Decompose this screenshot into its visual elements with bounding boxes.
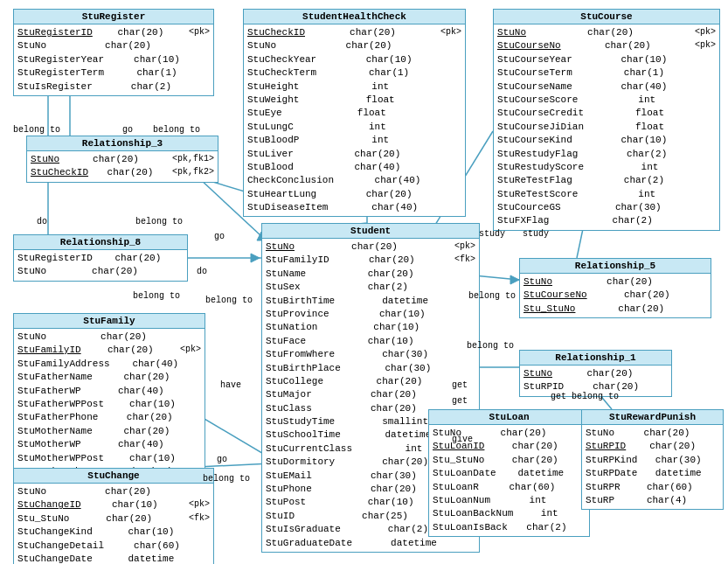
table-row: StuRegisterID char(20)	[17, 252, 184, 265]
table-row: StuLiver char(20)	[247, 148, 461, 161]
label-give: give	[452, 435, 473, 444]
table-row: StuBirthPlace char(30)	[266, 362, 475, 375]
relationship5-table: Relationship_5 StuNo char(20) StuCourseN…	[519, 258, 711, 318]
label-have: have	[220, 380, 241, 390]
table-row: StuFatherName char(20)	[17, 371, 201, 384]
table-row: StuChangeID char(10) <pk>	[17, 498, 210, 512]
relationship1-table: Relationship_1 StuNo char(20) StuRPID ch…	[519, 350, 672, 397]
relationship1-header: Relationship_1	[520, 351, 671, 366]
studenthealthcheck-body: StuCheckID char(20) <pk> StuNo char(20) …	[244, 24, 465, 216]
stucourse-header: StuCourse	[494, 10, 719, 24]
table-row: StuLoanBackNum int	[433, 507, 586, 520]
label-belong-to-4: belong to	[205, 296, 253, 305]
table-row: StuRP char(4)	[586, 494, 719, 507]
studenthealthcheck-header: StudentHealthCheck	[244, 10, 465, 24]
table-row: StuLoanIsBack char(2)	[433, 521, 586, 534]
table-row: StuFromWhere char(30)	[266, 348, 475, 361]
table-row: Stu_StuNo char(20) <fk>	[17, 512, 210, 526]
table-row: StuRPKind char(30)	[586, 454, 719, 467]
table-row: StuIsRegister char(2)	[17, 80, 210, 94]
table-row: StuCourseCredit float	[497, 107, 716, 120]
table-row: StuCourseJiDian float	[497, 121, 716, 134]
table-row: StuDiseaseItem char(40)	[247, 201, 461, 214]
table-row: StuSex char(2)	[266, 281, 475, 294]
table-row: StuNo char(20) <pk>	[266, 240, 475, 254]
table-row: StuNo char(20)	[247, 39, 461, 52]
table-row: StuCheckID char(20) <pk>	[247, 26, 461, 39]
sturewardpunish-header: StuRewardPunish	[582, 410, 723, 425]
diagram-container: StuRegister StuRegisterID char(20) <pk> …	[0, 0, 728, 564]
table-row: StuRestudyFlag char(2)	[497, 148, 716, 161]
table-row: StuCourseName char(40)	[497, 80, 716, 94]
table-row: StuEye float	[247, 107, 461, 120]
stucourse-body: StuNo char(20) <pk> StuCourseNo char(20)…	[494, 24, 719, 230]
table-row: StuBirthTime datetime	[266, 295, 475, 308]
table-row: StuReTestScore int	[497, 188, 716, 201]
sturewardpunish-table: StuRewardPunish StuNo char(20) StuRPID c…	[581, 409, 724, 510]
table-row: StuFatherPhone char(20)	[17, 411, 201, 424]
svg-marker-15	[251, 254, 260, 262]
label-belong-to-2: belong to	[153, 125, 200, 135]
label-go-1: go	[122, 125, 133, 135]
table-row: StuWeight float	[247, 94, 461, 107]
table-row: StuCollege char(20)	[266, 375, 475, 388]
stucourse-table: StuCourse StuNo char(20) <pk> StuCourseN…	[493, 9, 720, 231]
table-row: StuChangeKind char(10)	[17, 526, 210, 539]
table-row: StuChangeDetail char(60)	[17, 540, 210, 553]
label-study-1: study	[479, 229, 505, 239]
table-row: StuCourseKind char(10)	[497, 134, 716, 147]
table-row: StuFamilyID char(20) <fk>	[266, 254, 475, 267]
table-row: StuChangeDate datetime	[17, 553, 210, 564]
label-belong-to-5: belong to	[133, 291, 180, 301]
table-row: StuHeartLung char(20)	[247, 188, 461, 201]
label-belong-to-6: belong to	[203, 474, 250, 484]
table-row: StuBloodP int	[247, 134, 461, 147]
table-row: StuRPID char(20)	[586, 440, 719, 453]
label-do-1: do	[37, 217, 47, 226]
label-get-2: get	[452, 396, 468, 406]
table-row: StuNo char(20)	[17, 331, 201, 344]
table-row: StuFXFlag char(2)	[497, 214, 716, 227]
label-go-2: go	[214, 232, 225, 241]
stuchange-table: StuChange StuNo char(20) StuChangeID cha…	[13, 468, 214, 564]
table-row: StuReTestFlag char(2)	[497, 174, 716, 187]
table-row: StuCourceGS char(30)	[497, 201, 716, 214]
table-row: StuNo char(20)	[586, 427, 719, 440]
relationship3-header: Relationship_3	[27, 136, 218, 151]
table-row: StuFamilyID char(20) <pk>	[17, 344, 201, 357]
label-study-2: study	[523, 229, 549, 239]
table-row: StuFatherWPPost char(10)	[17, 398, 201, 411]
table-row: StuRestudyScore int	[497, 161, 716, 174]
stuloan-header: StuLoan	[429, 410, 589, 425]
table-row: StuRegisterTerm char(1)	[17, 66, 210, 80]
table-row: StuFatherWP char(40)	[17, 385, 201, 398]
table-row: StuCheckTerm char(1)	[247, 66, 461, 80]
table-row: StuRPR char(60)	[586, 481, 719, 494]
sturegister-header: StuRegister	[14, 10, 213, 24]
relationship5-header: Relationship_5	[520, 259, 711, 274]
table-row: StuNo char(20) <pk>	[497, 26, 716, 39]
relationship8-table: Relationship_8 StuRegisterID char(20) St…	[13, 234, 188, 282]
table-row: StuNo char(20)	[17, 485, 210, 498]
stuchange-body: StuNo char(20) StuChangeID char(10) <pk>…	[14, 484, 213, 564]
stufamily-body: StuNo char(20) StuFamilyID char(20) <pk>…	[14, 329, 205, 480]
table-row: StuFace char(10)	[266, 335, 475, 348]
sturewardpunish-body: StuNo char(20) StuRPID char(20) StuRPKin…	[582, 425, 723, 509]
table-row: StuBlood char(40)	[247, 161, 461, 174]
table-row: StuLungC int	[247, 121, 461, 134]
relationship5-body: StuNo char(20) StuCourseNo char(20) Stu_…	[520, 274, 711, 317]
table-row: StuMotherWP char(40)	[17, 438, 201, 451]
table-row: StuRegisterID char(20) <pk>	[17, 26, 210, 39]
table-row: StuProvince char(10)	[266, 308, 475, 321]
stufamily-table: StuFamily StuNo char(20) StuFamilyID cha…	[13, 313, 205, 481]
student-header: Student	[262, 224, 479, 239]
table-row: StuLoanR char(60)	[433, 481, 586, 494]
table-row: StuMotherWPPost char(10)	[17, 452, 201, 465]
table-row: StuNation char(10)	[266, 321, 475, 334]
table-row: StuGraduateDate datetime	[266, 537, 475, 550]
stuloan-table: StuLoan StuNo char(20) StuLoanID char(20…	[428, 409, 590, 537]
table-row: StuNo char(20)	[17, 39, 210, 52]
svg-marker-18	[510, 275, 519, 284]
relationship8-body: StuRegisterID char(20) StuNo char(20)	[14, 250, 187, 281]
table-row: StuNo char(20)	[17, 265, 184, 278]
